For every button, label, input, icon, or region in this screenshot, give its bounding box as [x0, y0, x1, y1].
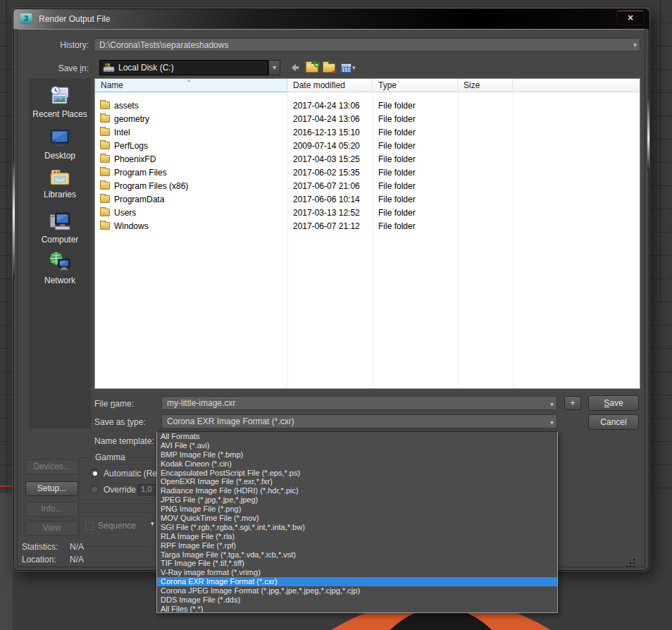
- format-option[interactable]: Radiance Image File (HDRI) (*.hdr,*.pic): [157, 486, 557, 495]
- gamma-override-value-field[interactable]: 1,0: [138, 484, 158, 495]
- file-row[interactable]: Intel 2016-12-13 15:10 File folder: [95, 125, 640, 139]
- sidebar-item-desktop[interactable]: Desktop: [29, 127, 91, 161]
- gamma-override-radio[interactable]: [90, 485, 99, 493]
- file-name-combobox[interactable]: my-little-image.cxr ▾: [161, 396, 557, 410]
- chevron-down-icon[interactable]: ▾: [633, 39, 637, 51]
- gamma-automatic-radio[interactable]: [90, 469, 99, 477]
- format-option[interactable]: Kodak Cineon (*.cin): [157, 459, 557, 469]
- format-option[interactable]: BMP Image File (*.bmp): [157, 450, 557, 459]
- file-row[interactable]: geometry 2017-04-24 13:06 File folder: [95, 112, 640, 125]
- create-new-folder-button[interactable]: +: [322, 61, 336, 75]
- format-option[interactable]: Targa Image File (*.tga,*.vda,*.icb,*.vs…: [157, 550, 557, 560]
- format-option[interactable]: DDS Image File (*.dds): [157, 595, 557, 605]
- chevron-down-icon[interactable]: ▾: [550, 399, 554, 410]
- sidebar-item-recent-places[interactable]: Recent Places: [29, 84, 91, 119]
- format-option[interactable]: SGI File (*.rgb,*.rgba,*.sgi,*.int,*.int…: [157, 523, 557, 532]
- folder-icon: [100, 115, 110, 123]
- view-menu-caret-icon[interactable]: ▾: [352, 64, 356, 71]
- history-combobox[interactable]: D:\Corona\Tests\separateshadows ▾: [94, 38, 640, 51]
- format-option[interactable]: Corona EXR Image Format (*.cxr): [157, 577, 557, 586]
- format-option[interactable]: AVI File (*.avi): [157, 441, 557, 450]
- file-row[interactable]: Program Files 2017-06-02 15:35 File fold…: [95, 166, 640, 179]
- chevron-down-icon[interactable]: ▾: [550, 417, 554, 428]
- save-in-combobox[interactable]: Local Disk (C:): [99, 60, 268, 75]
- format-option[interactable]: TIF Image File (*.tif,*.tiff): [157, 559, 557, 568]
- save-in-value: Local Disk (C:): [118, 63, 174, 73]
- save-in-dropdown-button[interactable]: ▾: [268, 60, 280, 75]
- date-modified-cell: 2017-04-24 13:06: [287, 101, 373, 111]
- format-option[interactable]: All Formats: [157, 432, 557, 441]
- back-button[interactable]: [288, 61, 302, 75]
- format-option[interactable]: JPEG File (*.jpg,*.jpe,*.jpeg): [157, 495, 557, 505]
- file-row[interactable]: Windows 2017-06-07 21:12 File folder: [95, 219, 640, 233]
- file-row[interactable]: Users 2017-03-13 12:52 File folder: [95, 206, 640, 219]
- go-to-last-folder-button[interactable]: ↻: [305, 61, 319, 75]
- file-name-cell: Program Files (x86): [95, 181, 287, 191]
- column-header-size[interactable]: Size: [458, 79, 513, 92]
- file-row[interactable]: PerfLogs 2009-07-14 05:20 File folder: [95, 139, 640, 152]
- format-option[interactable]: V-Ray image format (*.vrimg): [157, 568, 557, 577]
- file-list-header: Name ▲ Date modified Type Size: [95, 79, 640, 92]
- folder-icon: [100, 222, 110, 230]
- folder-icon: [100, 168, 110, 176]
- frame-highlight-left: [13, 159, 15, 279]
- save-button[interactable]: Save: [588, 395, 639, 411]
- file-name-cell: Intel: [95, 128, 287, 137]
- sidebar-item-label: Libraries: [29, 190, 91, 199]
- column-header-name[interactable]: Name ▲: [95, 79, 287, 92]
- cancel-button[interactable]: Cancel: [588, 414, 639, 430]
- gamma-group-legend: Gamma: [92, 452, 128, 462]
- column-header-date-modified[interactable]: Date modified: [287, 79, 373, 92]
- sequence-checkbox[interactable]: [85, 521, 94, 530]
- statistics-value: N/A: [70, 542, 84, 552]
- close-button[interactable]: ×: [616, 10, 645, 25]
- file-row[interactable]: assets 2017-04-24 13:06 File folder: [95, 99, 640, 112]
- file-name-label: File name:: [94, 399, 134, 409]
- file-name-cell: PerfLogs: [95, 141, 287, 151]
- format-option[interactable]: All Files (*.*): [157, 605, 557, 613]
- file-row[interactable]: ProgramData 2017-06-06 10:14 File folder: [95, 192, 640, 206]
- sequence-spinner-arrow-icon: ▾: [151, 520, 154, 527]
- sidebar-item-computer[interactable]: Computer: [29, 209, 91, 245]
- type-cell: File folder: [373, 221, 458, 231]
- plus-overlay-icon: +: [332, 67, 337, 76]
- history-label: History:: [35, 40, 89, 50]
- setup-button[interactable]: Setup...: [25, 481, 78, 496]
- type-cell: File folder: [373, 128, 458, 137]
- format-option[interactable]: RPF Image File (*.rpf): [157, 541, 557, 550]
- format-option[interactable]: OpenEXR Image File (*.exr,*.fxr): [157, 477, 557, 486]
- file-name-cell: Program Files: [95, 168, 287, 178]
- network-icon: [48, 250, 72, 274]
- format-option[interactable]: Corona JPEG Image Format (*.jpg,*.jpe,*.…: [157, 586, 557, 595]
- background-grid-vline-right: [660, 0, 661, 303]
- folder-icon: [100, 128, 110, 136]
- desktop-icon: [48, 127, 72, 149]
- devices-button[interactable]: Devices...: [25, 459, 78, 474]
- add-template-token-button[interactable]: +: [564, 396, 581, 410]
- save-as-type-combobox[interactable]: Corona EXR Image Format (*.cxr) ▾: [161, 414, 557, 428]
- format-option[interactable]: MOV QuickTime File (*.mov): [157, 514, 557, 523]
- folder-name: Windows: [114, 221, 149, 231]
- date-modified-cell: 2017-06-02 15:35: [287, 168, 373, 178]
- file-row[interactable]: Program Files (x86) 2017-06-07 21:06 Fil…: [95, 179, 640, 192]
- format-option[interactable]: Encapsulated PostScript File (*.eps,*.ps…: [157, 469, 557, 478]
- folder-icon: [100, 101, 110, 109]
- view-menu-button[interactable]: [339, 61, 353, 75]
- date-modified-cell: 2017-06-07 21:06: [287, 181, 373, 191]
- info-button[interactable]: Info...: [25, 502, 78, 517]
- sidebar-item-label: Recent Places: [29, 109, 91, 119]
- file-row[interactable]: PhoenixFD 2017-04-03 15:25 File folder: [95, 152, 640, 166]
- folder-name: PerfLogs: [114, 141, 148, 151]
- sidebar-item-network[interactable]: Network: [29, 250, 91, 285]
- resize-grip[interactable]: [625, 559, 636, 569]
- format-option[interactable]: RLA Image File (*.rla): [157, 532, 557, 541]
- places-sidebar: Recent Places Desktop: [29, 78, 91, 428]
- format-option[interactable]: PNG Image File (*.png): [157, 505, 557, 514]
- sidebar-item-libraries[interactable]: Libraries: [29, 166, 91, 199]
- dialog-title: Render Output File: [39, 14, 110, 24]
- column-header-type[interactable]: Type: [373, 79, 458, 92]
- type-cell: File folder: [373, 154, 458, 164]
- dialog-titlebar[interactable]: 3 Render Output File ×: [13, 9, 649, 29]
- view-button[interactable]: View: [25, 521, 78, 536]
- date-modified-cell: 2017-03-13 12:52: [287, 208, 373, 218]
